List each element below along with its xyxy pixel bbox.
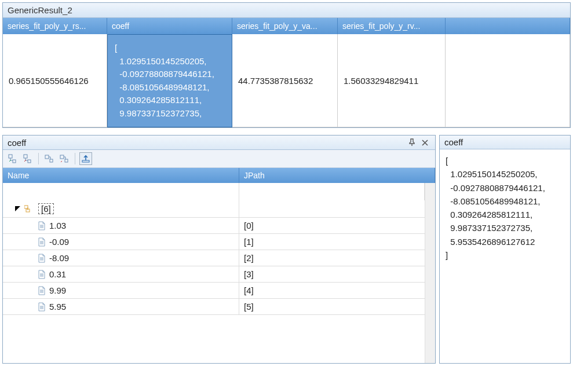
- results-grid-panel: GenericResult_2 series_fit_poly_y_rs... …: [2, 2, 571, 128]
- detail-text[interactable]: [ 1.0295150145250205, -0.092788088794461…: [440, 149, 570, 266]
- tree-expand-icon: [8, 153, 18, 164]
- tree-item-value: 1.03: [49, 221, 66, 230]
- pin-icon: [408, 138, 415, 146]
- tree-item-row[interactable]: -8.09 [2]: [3, 250, 425, 266]
- tree-item-value: -0.09: [49, 237, 69, 247]
- scroll-thumb[interactable]: [425, 183, 435, 363]
- tree-toolbar: [3, 150, 435, 168]
- cell-va-value: 44.7735387815632: [238, 76, 313, 86]
- tree-item-jpath: [2]: [239, 250, 425, 266]
- tree-root-label: [6]: [38, 203, 54, 214]
- expand-all-button[interactable]: [6, 152, 19, 165]
- tree-blank-row: [3, 183, 425, 200]
- close-button[interactable]: [419, 137, 430, 148]
- cell-spare: [446, 34, 570, 127]
- tree-item-row[interactable]: -0.09 [1]: [3, 234, 425, 250]
- cell-rs[interactable]: 0.965150555646126: [3, 34, 107, 127]
- bottom-area: coeff: [2, 135, 571, 364]
- collapse-node-button[interactable]: [58, 152, 71, 165]
- tree-item-jpath: [5]: [239, 299, 425, 314]
- document-icon: [38, 221, 46, 230]
- col-header-spare: [446, 18, 570, 34]
- svg-marker-9: [15, 206, 20, 211]
- collapse-node-icon: [59, 153, 70, 164]
- cell-coeff[interactable]: [ 1.0295150145250205, -0.092788088794461…: [107, 34, 232, 127]
- document-icon: [38, 254, 46, 263]
- tree-panel: coeff: [2, 135, 436, 364]
- tree-item-jpath: [4]: [239, 283, 425, 298]
- panel-title: GenericResult_2: [3, 3, 570, 18]
- svg-rect-4: [45, 155, 49, 159]
- cell-rs-value: 0.965150555646126: [9, 76, 89, 86]
- tree-item-row[interactable]: 5.95 [5]: [3, 299, 425, 315]
- col-header-coeff[interactable]: coeff: [107, 18, 232, 34]
- expand-node-icon: [44, 153, 54, 164]
- expand-node-button[interactable]: [43, 152, 56, 165]
- array-icon: [24, 205, 34, 213]
- detail-panel-label: coeff: [444, 137, 565, 147]
- detail-panel: coeff [ 1.0295150145250205, -0.092788088…: [439, 135, 571, 364]
- document-icon: [38, 237, 46, 247]
- document-icon: [38, 302, 46, 312]
- tree-col-jpath[interactable]: JPath: [239, 168, 435, 183]
- tree-rows: [6] 1.03 [0] -0.09 [1]: [3, 183, 425, 363]
- svg-rect-3: [28, 160, 31, 163]
- svg-rect-5: [50, 159, 53, 162]
- tree-item-row[interactable]: 0.31 [3]: [3, 266, 425, 283]
- cell-va[interactable]: 44.7735387815632: [232, 34, 338, 127]
- pin-button[interactable]: [406, 137, 418, 148]
- svg-rect-0: [9, 155, 12, 158]
- grid-row[interactable]: 0.965150555646126 [ 1.0295150145250205, …: [3, 34, 570, 127]
- tree-col-name[interactable]: Name: [3, 168, 239, 183]
- tree-item-jpath: [1]: [239, 234, 425, 250]
- tree-item-row[interactable]: 1.03 [0]: [3, 218, 425, 234]
- tree-item-jpath: [0]: [239, 218, 425, 233]
- tree-collapse-icon: [23, 153, 33, 164]
- tree-header: Name JPath: [3, 168, 435, 183]
- tree-panel-title: coeff: [3, 135, 435, 150]
- tree-item-jpath: [3]: [239, 266, 425, 282]
- detail-panel-title: coeff: [440, 135, 570, 149]
- export-button[interactable]: [79, 152, 92, 165]
- tree-item-value: 5.95: [49, 302, 66, 312]
- svg-rect-7: [65, 159, 68, 162]
- grid-header: series_fit_poly_y_rs... coeff series_fit…: [3, 18, 570, 34]
- tree-item-value: 9.99: [49, 285, 66, 295]
- close-icon: [422, 140, 428, 146]
- tree-item-value: -8.09: [49, 253, 69, 263]
- collapse-all-button[interactable]: [21, 152, 34, 165]
- tree-scrollbar[interactable]: [425, 183, 435, 363]
- toolbar-sep: [38, 153, 39, 164]
- document-icon: [38, 286, 46, 295]
- tree-root-row[interactable]: [6]: [3, 200, 425, 218]
- tree-body: [6] 1.03 [0] -0.09 [1]: [3, 183, 435, 363]
- tree-panel-label: coeff: [8, 138, 406, 148]
- toolbar-sep-2: [75, 153, 75, 164]
- svg-rect-6: [60, 155, 64, 159]
- cell-coeff-value: [ 1.0295150145250205, -0.092788088794461…: [114, 41, 216, 121]
- svg-rect-1: [13, 160, 16, 163]
- cell-rv[interactable]: 1.56033294829411: [338, 34, 446, 127]
- svg-rect-8: [82, 160, 89, 162]
- col-header-rs[interactable]: series_fit_poly_y_rs...: [3, 18, 107, 34]
- tree-item-value: 0.31: [49, 269, 66, 279]
- tree-item-row[interactable]: 9.99 [4]: [3, 283, 425, 299]
- col-header-va[interactable]: series_fit_poly_y_va...: [232, 18, 338, 34]
- export-icon: [81, 155, 90, 163]
- cell-rv-value: 1.56033294829411: [344, 76, 418, 86]
- svg-rect-10: [24, 206, 28, 208]
- svg-rect-2: [24, 155, 27, 158]
- tree-root-jpath: [239, 200, 425, 217]
- document-icon: [38, 270, 46, 279]
- expand-toggle-icon[interactable]: [14, 204, 21, 214]
- col-header-rv[interactable]: series_fit_poly_y_rv...: [338, 18, 446, 34]
